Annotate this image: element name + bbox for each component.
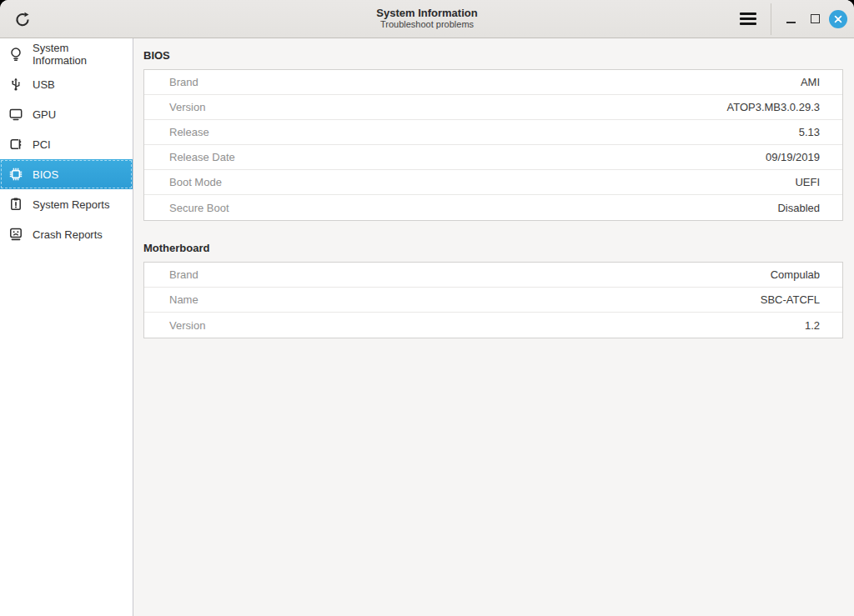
row-value: ATOP3.MB3.0.29.3 [726, 101, 820, 113]
row-label: Version [169, 319, 205, 332]
pci-card-icon [8, 137, 23, 152]
table-row: Brand AMI [144, 70, 842, 95]
sidebar-item-system-reports[interactable]: System Reports [0, 189, 133, 219]
close-icon [833, 14, 843, 24]
maximize-icon [811, 14, 820, 23]
minimize-icon [786, 22, 796, 23]
sidebar-item-gpu[interactable]: GPU [0, 99, 133, 129]
table-row: Release 5.13 [144, 120, 842, 145]
app-window: System Information Troubleshoot problems [0, 0, 854, 616]
table-row: Version 1.2 [144, 313, 842, 338]
title-block: System Information Troubleshoot problems [376, 8, 477, 31]
row-label: Release [169, 126, 209, 138]
sidebar-item-bios[interactable]: BIOS [0, 159, 133, 189]
hamburger-icon [740, 13, 756, 15]
sidebar-item-label: GPU [33, 108, 56, 121]
menu-button[interactable] [736, 7, 761, 32]
row-label: Version [169, 101, 205, 113]
main-panel: BIOS Brand AMI Version ATOP3.MB3.0.29.3 … [133, 38, 854, 616]
sidebar-item-label: Crash Reports [33, 228, 103, 241]
lightbulb-icon [8, 47, 23, 62]
row-value: Compulab [771, 268, 820, 281]
row-label: Secure Boot [169, 202, 229, 214]
bios-table: Brand AMI Version ATOP3.MB3.0.29.3 Relea… [143, 69, 843, 221]
row-value: 5.13 [799, 126, 820, 138]
sidebar: System Information USB [0, 38, 133, 616]
refresh-icon [13, 10, 32, 28]
row-value: Disabled [777, 202, 820, 214]
close-button[interactable] [829, 10, 847, 28]
row-label: Release Date [169, 151, 235, 163]
sidebar-item-label: USB [33, 78, 55, 91]
row-value: SBC-ATCFL [761, 293, 820, 306]
clipboard-alert-icon [8, 197, 23, 212]
header-controls [736, 0, 854, 38]
sad-face-icon [8, 227, 23, 242]
sidebar-item-usb[interactable]: USB [0, 69, 133, 99]
row-value: AMI [801, 76, 820, 88]
sidebar-item-crash-reports[interactable]: Crash Reports [0, 219, 133, 249]
usb-icon [8, 77, 23, 92]
chip-icon [8, 167, 23, 182]
refresh-button[interactable] [10, 7, 35, 32]
table-row: Name SBC-ATCFL [144, 288, 842, 313]
sidebar-item-system-information[interactable]: System Information [0, 39, 133, 69]
sidebar-item-pci[interactable]: PCI [0, 129, 133, 159]
sidebar-item-label: BIOS [33, 168, 58, 181]
sidebar-item-label: System Reports [33, 198, 109, 211]
window-title: System Information [376, 8, 477, 20]
row-label: Brand [169, 76, 198, 88]
header-separator [771, 3, 771, 35]
row-value: 09/19/2019 [766, 151, 820, 163]
table-row: Secure Boot Disabled [144, 195, 842, 220]
content-area: System Information USB [0, 38, 854, 616]
maximize-button[interactable] [803, 7, 827, 31]
sidebar-item-label: System Information [33, 42, 124, 67]
minimize-button[interactable] [779, 7, 803, 31]
table-row: Brand Compulab [144, 263, 842, 288]
motherboard-table: Brand Compulab Name SBC-ATCFL Version 1.… [143, 262, 843, 338]
table-row: Version ATOP3.MB3.0.29.3 [144, 95, 842, 120]
row-label: Brand [169, 268, 198, 281]
row-label: Boot Mode [169, 176, 222, 188]
section-title-bios: BIOS [143, 49, 843, 62]
header-bar: System Information Troubleshoot problems [0, 0, 854, 38]
table-row: Boot Mode UEFI [144, 170, 842, 195]
row-value: UEFI [795, 176, 820, 188]
table-row: Release Date 09/19/2019 [144, 145, 842, 170]
display-icon [8, 107, 23, 122]
section-title-motherboard: Motherboard [143, 242, 843, 254]
window-subtitle: Troubleshoot problems [376, 20, 477, 31]
row-value: 1.2 [805, 319, 820, 332]
sidebar-item-label: PCI [33, 138, 51, 151]
row-label: Name [169, 293, 198, 306]
